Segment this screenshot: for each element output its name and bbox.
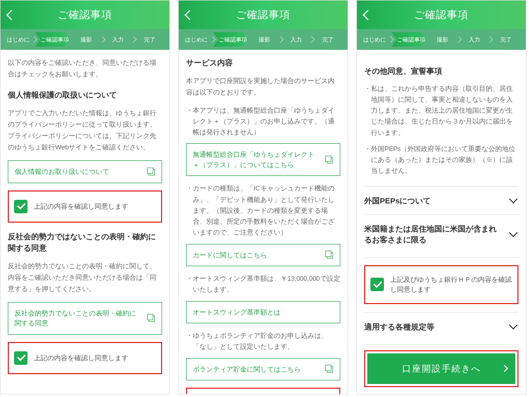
- chevron-right-icon: [501, 365, 508, 372]
- screen-1: ご確認事項 はじめに ご確認事項 撮影 入力 完了 以下の内容をご確認いただき、…: [0, 0, 170, 394]
- page-title: ご確認事項: [414, 8, 469, 22]
- chevron-down-icon: [509, 228, 518, 237]
- antisocial-link[interactable]: 反社会的勢力でないことの表明・確約に関する同意: [8, 302, 162, 335]
- step-intro: はじめに: [360, 32, 390, 47]
- privacy-check-label: 上記の内容を確認し同意します: [34, 201, 128, 212]
- bullet-declaration: 私は、これから申告する内容（取引目的、居住地国等）に関して、事実と相違しないもの…: [364, 84, 518, 139]
- checkbox-checked-icon[interactable]: [14, 351, 28, 365]
- back-icon[interactable]: [363, 10, 373, 20]
- content: その他同意、宣誓事項 私は、これから申告する内容（取引目的、居住地国等）に関して…: [357, 50, 526, 394]
- step-confirm: ご確認事項: [35, 32, 70, 47]
- header: ご確認事項: [357, 1, 526, 29]
- step-input: 入力: [103, 32, 133, 47]
- chevron-down-icon: [509, 321, 518, 330]
- screen-3: ご確認事項 はじめに ご確認事項 撮影 入力 完了 その他同意、宣誓事項 私は、…: [356, 0, 526, 394]
- step-confirm: ご確認事項: [392, 32, 427, 47]
- step-intro: はじめに: [182, 32, 211, 47]
- content: 以下の内容をご確認いただき、同意いただける場合はチェックをお願いします。 個人情…: [1, 50, 169, 394]
- card-link[interactable]: カードに関してはこちら: [186, 244, 340, 267]
- bullet-3: オートスウィング基準額は、￥13,000,000で設定いたします。: [186, 273, 340, 296]
- direct-plus-link[interactable]: 無通帳型総合口座「ゆうちょダイレクト＋（プラス）」についてはこちら: [186, 143, 340, 176]
- privacy-check-highlight: 上記の内容を確認し同意します: [8, 190, 162, 223]
- step-intro: はじめに: [4, 32, 33, 47]
- antisocial-check-row[interactable]: 上記の内容を確認し同意します: [11, 345, 159, 371]
- screen-2: ご確認事項 はじめに ご確認事項 撮影 入力 完了 サービス内容 本アプリで口座…: [178, 0, 348, 394]
- external-link-icon: [325, 156, 334, 164]
- external-link-icon: [325, 251, 334, 259]
- checkbox-checked-icon[interactable]: [370, 278, 384, 291]
- checkbox-checked-icon[interactable]: [14, 200, 28, 213]
- chevron-down-icon: [509, 195, 518, 203]
- service-title: サービス内容: [186, 57, 340, 69]
- privacy-link[interactable]: 個人情報のお取り扱いについて: [8, 160, 162, 183]
- antisocial-check-highlight: 上記の内容を確認し同意します: [8, 342, 162, 374]
- back-icon[interactable]: [6, 10, 17, 20]
- bullet-4: ゆうちょボランティア貯金のお申し込みは、「なし」として設定いたします。: [186, 331, 340, 353]
- intro-text: 以下の内容をご確認いただき、同意いただける場合はチェックをお願いします。: [8, 57, 162, 80]
- antisocial-para: 反社会的勢力でないことの表明・確約に関して、内容をご確認いただき同意いただける場…: [8, 261, 162, 295]
- autoswing-link[interactable]: オートスウィング基準額とは: [186, 301, 340, 324]
- step-confirm: ご確認事項: [214, 32, 248, 47]
- service-intro: 本アプリで口座開設を実施した場合のサービス内容は以下のとおりです。: [186, 75, 340, 98]
- other-check-label: 上記及びゆうちょ銀行ＨＰの内容を確認し同意します: [390, 275, 512, 295]
- progress-bar: はじめに ご確認事項 撮影 入力 完了: [357, 29, 526, 50]
- privacy-check-row[interactable]: 上記の内容を確認し同意します: [11, 194, 159, 220]
- divider: [364, 257, 518, 258]
- step-done: 完了: [313, 32, 342, 47]
- external-link-icon: [147, 314, 155, 322]
- divider: [364, 345, 518, 345]
- page-title: ご確認事項: [58, 8, 112, 22]
- privacy-title: 個人情報保護の取扱いについて: [8, 89, 162, 101]
- expand-foreign-peps[interactable]: 外国PEPsについて: [364, 186, 518, 214]
- step-input: 入力: [460, 32, 489, 47]
- bullet-2: カードの種類は、「ICキャッシュカード機能のみ」、「デビット機能あり」として発行…: [186, 183, 340, 238]
- other-consent-title: その他同意、宣誓事項: [364, 65, 518, 77]
- antisocial-check-label: 上記の内容を確認し同意します: [34, 353, 128, 363]
- step-photo: 撮影: [72, 32, 101, 47]
- progress-bar: はじめに ご確認事項 撮影 入力 完了: [1, 29, 169, 50]
- other-check-highlight: 上記及びゆうちょ銀行ＨＰの内容を確認し同意します: [364, 265, 518, 304]
- service-check-row[interactable]: 上記の内容を確認し同意します: [189, 391, 337, 394]
- step-photo: 撮影: [250, 32, 280, 47]
- external-link-icon: [147, 168, 155, 176]
- step-input: 入力: [282, 32, 311, 47]
- back-icon[interactable]: [184, 10, 195, 20]
- external-link-icon: [325, 365, 334, 373]
- proceed-button[interactable]: 口座開設手続きへ: [367, 353, 515, 384]
- content: サービス内容 本アプリで口座開設を実施した場合のサービス内容は以下のとおりです。…: [179, 50, 348, 394]
- progress-bar: はじめに ご確認事項 撮影 入力 完了: [179, 29, 348, 50]
- step-done: 完了: [135, 32, 164, 47]
- expand-us-person[interactable]: 米国籍または居住地国に米国が含まれるお客さまに限る: [364, 214, 518, 253]
- privacy-para: アプリでご入力いただいた情報は、ゆうちょ銀行のプライバシーポリシーに従って取り扱…: [8, 107, 162, 153]
- other-check-row[interactable]: 上記及びゆうちょ銀行ＨＰの内容を確認し同意します: [367, 268, 515, 301]
- proceed-highlight: 口座開設手続きへ: [364, 350, 518, 387]
- bullet-1: 本アプリは、無通帳型総合口座「ゆうちょダイレクト＋（プラス）」のお申し込みです。…: [186, 105, 340, 139]
- step-photo: 撮影: [428, 32, 458, 47]
- page-title: ご確認事項: [236, 8, 290, 22]
- header: ご確認事項: [1, 1, 169, 29]
- step-done: 完了: [491, 32, 521, 47]
- expand-regulations[interactable]: 適用する各種規定等: [364, 312, 518, 340]
- volunteer-link[interactable]: ボランティア貯金に関してはこちら: [186, 358, 340, 381]
- header: ご確認事項: [179, 1, 348, 29]
- bullet-peps: 外国PEPs（外国政府等において重要な公的地位にある（あった）またはその家族）（…: [364, 144, 518, 177]
- service-check-highlight: 上記の内容を確認し同意します: [186, 388, 340, 394]
- antisocial-title: 反社会的勢力ではないことの表明・確約に関する同意: [8, 231, 162, 254]
